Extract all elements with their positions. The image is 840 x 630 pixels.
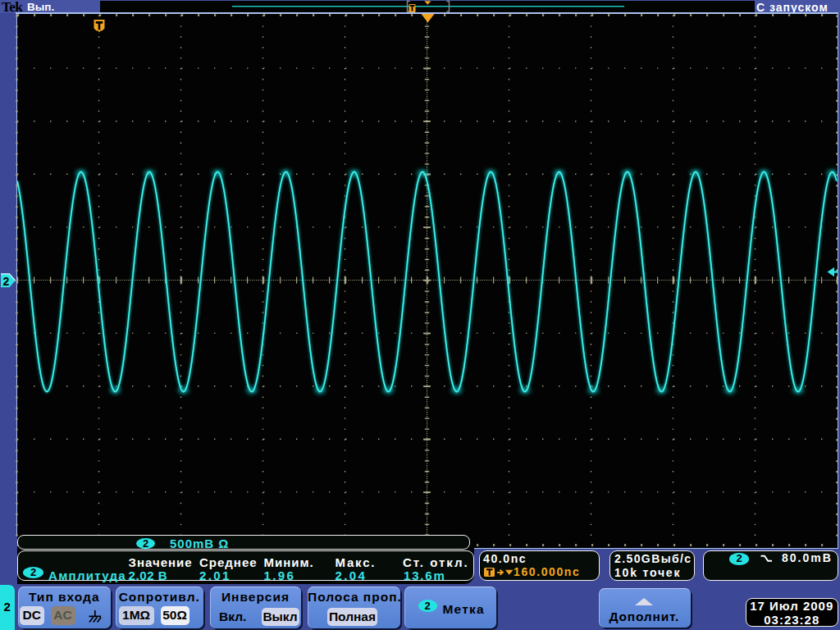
svg-text:2: 2 bbox=[2, 275, 9, 288]
